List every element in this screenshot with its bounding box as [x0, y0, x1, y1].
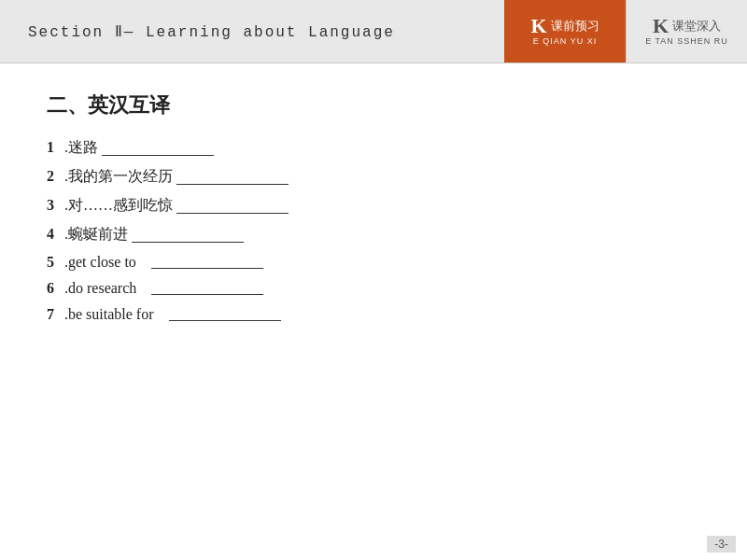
list-item: 4 .蜿蜒前进	[47, 225, 700, 245]
btn2-chinese: 课堂深入	[672, 19, 721, 35]
header: Section Ⅱ— Learning about Language K 课前预…	[0, 0, 747, 63]
blank-underline	[102, 155, 214, 156]
btn2-pinyin: E TAN SSHEN RU	[645, 36, 728, 47]
main-content: 二、英汉互译 1 .迷路 2 .我的第一次经历 3 .对……感到吃惊 4 .蜿蜒…	[0, 63, 747, 560]
section-title: 二、英汉互译	[47, 91, 700, 119]
item-text: .我的第一次经历	[64, 167, 289, 187]
item-text: .对……感到吃惊	[64, 196, 289, 216]
item-num: 7	[47, 306, 63, 323]
page-number: -3-	[707, 536, 736, 553]
exercise-list: 1 .迷路 2 .我的第一次经历 3 .对……感到吃惊 4 .蜿蜒前进 5 .g…	[47, 138, 700, 323]
blank-underline	[132, 242, 244, 243]
header-title-area: Section Ⅱ— Learning about Language	[0, 0, 504, 63]
btn1-pinyin: E QIAN YU XI	[533, 36, 597, 47]
blank-underline	[151, 294, 263, 295]
item-text: .be suitable for	[64, 306, 281, 323]
item-text: .蜿蜒前进	[64, 225, 244, 245]
item-num: 6	[47, 280, 63, 297]
item-text: .get close to	[64, 254, 263, 271]
blank-underline	[176, 213, 289, 214]
list-item: 6 .do research	[47, 280, 700, 297]
btn-ke-tan-sshenru[interactable]: K 课堂深入 E TAN SSHEN RU	[626, 0, 747, 63]
blank-underline	[169, 320, 281, 321]
btn1-chinese: 课前预习	[551, 19, 599, 35]
btn1-k-letter: K	[530, 16, 546, 36]
item-num: 5	[47, 254, 63, 271]
list-item: 5 .get close to	[47, 254, 700, 271]
list-item: 2 .我的第一次经历	[47, 167, 700, 187]
btn1-top: K 课前预习	[530, 16, 599, 36]
item-num: 3	[47, 197, 63, 214]
list-item: 3 .对……感到吃惊	[47, 196, 700, 216]
item-num: 2	[47, 168, 63, 185]
list-item: 1 .迷路	[47, 138, 700, 158]
item-text: .do research	[64, 280, 263, 297]
blank-underline	[176, 184, 289, 185]
item-num: 1	[47, 139, 63, 156]
page-container: Section Ⅱ— Learning about Language K 课前预…	[0, 0, 747, 560]
btn-ke-qian-yuxi[interactable]: K 课前预习 E QIAN YU XI	[504, 0, 626, 63]
blank-underline	[151, 268, 263, 269]
item-num: 4	[47, 226, 63, 243]
header-title: Section Ⅱ— Learning about Language	[28, 22, 395, 41]
btn2-k-letter: K	[653, 16, 669, 36]
btn2-top: K 课堂深入	[653, 16, 721, 36]
item-text: .迷路	[64, 138, 214, 158]
list-item: 7 .be suitable for	[47, 306, 700, 323]
